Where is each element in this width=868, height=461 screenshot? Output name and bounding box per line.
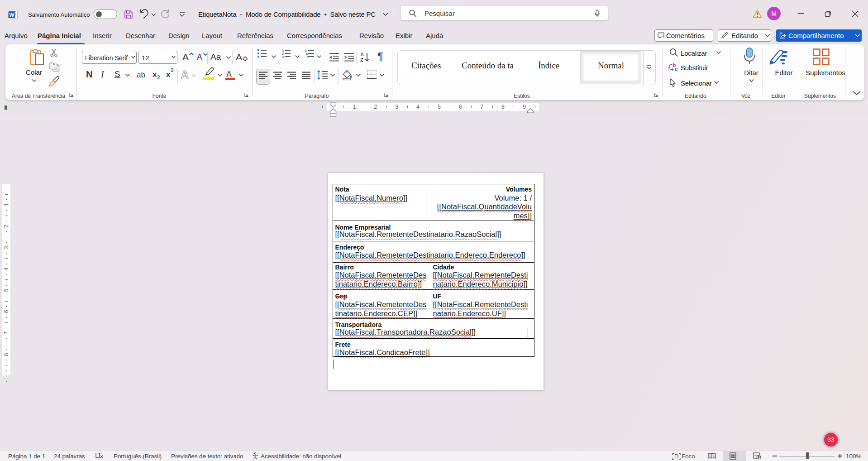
svg-text:2: 2: [282, 52, 284, 55]
svg-text:1: 1: [282, 49, 284, 52]
svg-text:i: i: [307, 55, 308, 58]
svg-text:1: 1: [305, 49, 307, 52]
svg-text:c: c: [675, 66, 678, 72]
svg-text:3: 3: [282, 55, 284, 58]
svg-text:a: a: [306, 52, 308, 55]
svg-text:W: W: [10, 12, 14, 18]
svg-text:A: A: [360, 52, 364, 57]
svg-text:Z: Z: [360, 57, 363, 62]
